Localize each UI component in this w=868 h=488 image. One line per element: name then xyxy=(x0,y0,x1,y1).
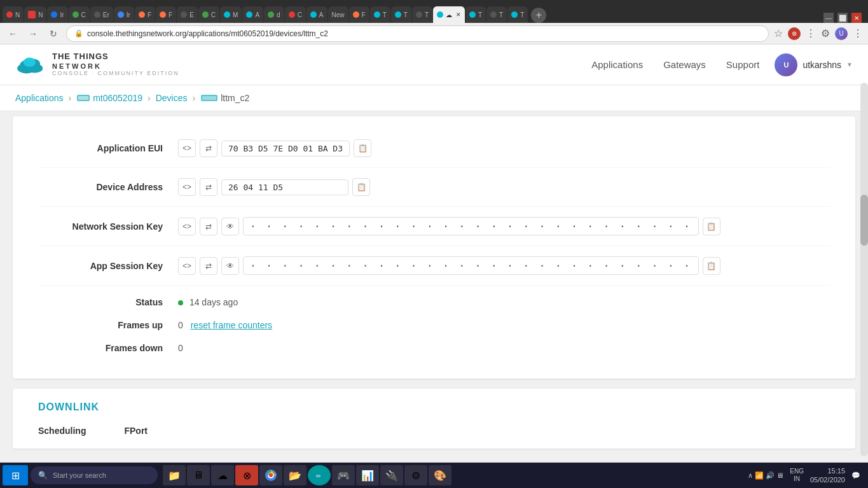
eui-swap-button[interactable]: ⇄ xyxy=(200,139,217,157)
device-address-controls: <> ⇄ 26 04 11 D5 📋 xyxy=(178,178,370,196)
tab-20[interactable]: T xyxy=(465,6,486,23)
frames-down-count: 0 xyxy=(178,343,183,353)
logo-text: THE THINGSNETWORK CONSOLE · COMMUNITY ED… xyxy=(52,52,179,76)
user-area[interactable]: U utkarshns ▼ xyxy=(775,53,853,76)
copy-icon: 📋 xyxy=(358,144,368,153)
nsk-show-button[interactable]: 👁 xyxy=(221,218,239,235)
tab-21[interactable]: T xyxy=(486,6,507,23)
application-eui-copy-button[interactable]: 📋 xyxy=(354,139,371,157)
extension-icon-1[interactable]: ⊗ xyxy=(788,27,801,40)
tab-17[interactable]: T xyxy=(370,6,390,23)
frames-down-value: 0 xyxy=(178,343,183,353)
app-session-key-controls: <> ⇄ 👁 · · · · · · · · · · · · · · · · ·… xyxy=(178,256,720,275)
tab-9[interactable]: E xyxy=(177,6,198,23)
logo-subtitle: CONSOLE · COMMUNITY EDITION xyxy=(52,71,179,77)
url-bar[interactable]: 🔒 console.thethingsnetwork.org/applicati… xyxy=(66,25,769,42)
scheduling-label: Scheduling xyxy=(38,426,86,436)
tab-3[interactable]: Ir xyxy=(47,6,67,23)
ask-copy-button[interactable]: 📋 xyxy=(703,257,720,275)
reset-frame-counters-link[interactable]: reset frame counters xyxy=(191,320,272,330)
reload-button[interactable]: ↻ xyxy=(46,26,61,41)
tab-14[interactable]: C xyxy=(285,6,306,23)
maximize-button[interactable]: ⬜ xyxy=(837,13,848,23)
addr-code-button[interactable]: <> xyxy=(178,178,196,196)
forward-button[interactable]: → xyxy=(25,26,41,41)
tab-4[interactable]: C xyxy=(69,6,90,23)
tab-22[interactable]: T xyxy=(507,6,528,23)
app-session-key-value-box: · · · · · · · · · · · · · · · · · · · · … xyxy=(243,256,699,275)
nav-gateways[interactable]: Gateways xyxy=(663,59,706,70)
breadcrumb-app-id[interactable]: mt06052019 xyxy=(93,93,142,103)
device-address-value: 26 04 11 D5 xyxy=(228,183,283,192)
user-icon[interactable]: U xyxy=(835,27,848,40)
tab-1[interactable]: N xyxy=(3,6,24,23)
app-session-key-label: App Session Key xyxy=(38,261,178,271)
breadcrumb: Applications › mt06052019 › Devices › lt… xyxy=(0,85,868,111)
bookmark-icon[interactable]: ☆ xyxy=(774,27,783,40)
logo-area: THE THINGSNETWORK CONSOLE · COMMUNITY ED… xyxy=(15,52,179,76)
copy-icon-4: 📋 xyxy=(706,261,716,270)
user-name: utkarshns xyxy=(803,60,841,70)
tab-15[interactable]: A xyxy=(307,6,327,23)
network-session-key-dots: · · · · · · · · · · · · · · · · · · · · … xyxy=(250,220,692,232)
taskbar: ⊞ 🔍 Start your search 📁 🖥 ☁ ⊗ 📂 ∞ 🎮 📊 🔌 … xyxy=(0,463,868,464)
app-header: THE THINGSNETWORK CONSOLE · COMMUNITY ED… xyxy=(0,45,868,85)
breadcrumb-applications[interactable]: Applications xyxy=(15,93,64,103)
tab-7[interactable]: F xyxy=(135,6,155,23)
back-button[interactable]: ← xyxy=(5,26,20,41)
status-value: 14 days ago xyxy=(178,297,238,307)
breadcrumb-sep-3: › xyxy=(192,93,195,103)
breadcrumb-app-icon xyxy=(76,93,90,103)
application-eui-controls: <> ⇄ 70 B3 D5 7E D0 01 BA D3 📋 xyxy=(178,139,371,157)
device-info-card: Application EUI <> ⇄ 70 B3 D5 7E D0 01 B… xyxy=(13,116,855,379)
frames-up-count: 0 xyxy=(178,320,183,330)
tab-12[interactable]: A xyxy=(242,6,263,23)
menu-icon[interactable]: ⋮ xyxy=(853,27,863,40)
tab-6[interactable]: Ir xyxy=(114,6,134,23)
tab-13[interactable]: d xyxy=(264,6,284,23)
scrollbar[interactable] xyxy=(860,83,868,456)
breadcrumb-devices[interactable]: Devices xyxy=(156,93,188,103)
tab-5[interactable]: Er xyxy=(90,6,113,23)
tab-8[interactable]: F xyxy=(156,6,176,23)
url-text: console.thethingsnetwork.org/application… xyxy=(87,29,328,38)
frames-down-label: Frames down xyxy=(38,343,178,353)
ask-swap-button[interactable]: ⇄ xyxy=(200,257,217,275)
close-button[interactable]: ✕ xyxy=(851,13,862,23)
tab-19[interactable]: T xyxy=(412,6,432,23)
tab-18[interactable]: T xyxy=(391,6,411,23)
network-session-key-row: Network Session Key <> ⇄ 👁 · · · · · · ·… xyxy=(38,207,830,246)
downlink-columns: Scheduling FPort xyxy=(38,426,830,436)
tab-active[interactable]: ☁ ✕ xyxy=(433,6,465,23)
tab-16[interactable]: F xyxy=(349,6,369,23)
application-eui-row: Application EUI <> ⇄ 70 B3 D5 7E D0 01 B… xyxy=(38,129,830,168)
device-address-copy-button[interactable]: 📋 xyxy=(352,178,370,196)
tab-10[interactable]: C xyxy=(198,6,219,23)
ask-show-button[interactable]: 👁 xyxy=(221,257,239,275)
new-tab-button[interactable]: + xyxy=(531,8,546,23)
addr-swap-button[interactable]: ⇄ xyxy=(200,178,217,196)
downlink-section: DOWNLINK Scheduling FPort xyxy=(13,389,855,449)
breadcrumb-sep-1: › xyxy=(69,93,72,103)
ask-code-button[interactable]: <> xyxy=(178,257,196,275)
device-address-row: Device Address <> ⇄ 26 04 11 D5 📋 xyxy=(38,168,830,207)
status-text: 14 days ago xyxy=(189,297,238,307)
nsk-swap-button[interactable]: ⇄ xyxy=(200,218,217,235)
nsk-copy-button[interactable]: 📋 xyxy=(703,218,720,235)
breadcrumb-device-icon xyxy=(200,93,218,103)
scrollbar-thumb[interactable] xyxy=(860,195,868,246)
nav-support[interactable]: Support xyxy=(726,59,760,70)
nsk-code-button[interactable]: <> xyxy=(178,218,196,235)
tab-11[interactable]: M xyxy=(220,6,242,23)
application-eui-value: 70 B3 D5 7E D0 01 BA D3 xyxy=(228,144,343,153)
extension-icon-3[interactable]: ⚙ xyxy=(821,27,830,40)
eui-code-button[interactable]: <> xyxy=(178,139,196,157)
extension-icon-2[interactable]: ⋮ xyxy=(806,27,816,40)
tab-2[interactable]: N xyxy=(24,6,46,23)
minimize-button[interactable]: — xyxy=(823,13,834,23)
application-eui-label: Application EUI xyxy=(38,143,178,153)
tab-new[interactable]: New xyxy=(328,6,348,23)
network-session-key-value-box: · · · · · · · · · · · · · · · · · · · · … xyxy=(243,217,699,235)
nav-applications[interactable]: Applications xyxy=(591,59,643,70)
user-avatar: U xyxy=(775,53,797,76)
